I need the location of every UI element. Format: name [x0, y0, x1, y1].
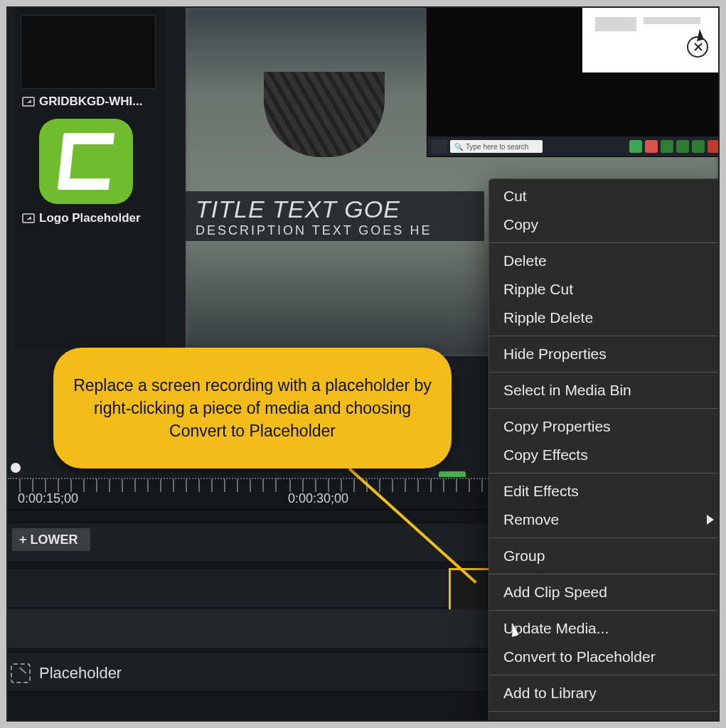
placeholder-track-item[interactable]: Placeholder: [11, 659, 122, 687]
clip-lower-third[interactable]: + LOWER: [12, 528, 90, 551]
image-icon: [22, 97, 35, 107]
placeholder-icon: [11, 663, 31, 683]
taskbar-tile-icon: [661, 140, 673, 153]
menu-item-add-to-library[interactable]: Add to Library: [489, 679, 720, 707]
cursor-icon: [510, 623, 525, 639]
menu-separator: [489, 473, 720, 473]
menu-item-add-clip-speed[interactable]: Add Clip Speed: [489, 578, 720, 606]
menu-separator: [489, 372, 720, 373]
menu-separator: [489, 336, 720, 336]
taskbar-tile-icon: [629, 140, 642, 153]
menu-separator: [489, 675, 720, 675]
menu-item-copy[interactable]: Copy: [489, 210, 720, 239]
submenu-arrow-icon: [707, 515, 714, 525]
menu-item-ripple-cut[interactable]: Ripple Cut: [489, 275, 720, 304]
menu-separator: [489, 711, 720, 712]
menu-item-split-at-playhead[interactable]: Split at Playhead: [489, 715, 720, 722]
menu-item-copy-properties[interactable]: Copy Properties: [489, 412, 720, 441]
menu-item-copy-effects[interactable]: Copy Effects: [489, 441, 720, 469]
placeholder-label: Placeholder: [39, 664, 122, 682]
instruction-callout: Replace a screen recording with a placeh…: [53, 348, 452, 469]
taskbar-tile-icon: [645, 140, 658, 153]
image-icon: [22, 213, 35, 223]
title-text: TITLE TEXT GOE: [196, 196, 474, 223]
media-item-grid-label[interactable]: GRIDBKGD-WHI...: [14, 92, 166, 119]
windows-taskbar: 🔍 Type here to search: [427, 136, 718, 156]
menu-item-edit-effects[interactable]: Edit Effects: [489, 477, 720, 505]
scrubber-handle[interactable]: [11, 463, 21, 473]
close-cursor-icon: [684, 31, 712, 59]
menu-item-remove[interactable]: Remove: [489, 505, 720, 534]
taskbar-tile-icon: [692, 140, 705, 153]
taskbar-tile-icon: [708, 140, 718, 153]
taskbar-tile-icon: [676, 140, 689, 153]
callout-text: Replace a screen recording with a placeh…: [72, 374, 433, 442]
media-thumbnail-grid[interactable]: [21, 15, 156, 89]
lower-third-overlay: TITLE TEXT GOE DESCRIPTION TEXT GOES HE: [186, 191, 484, 241]
media-item-label: Logo Placeholder: [39, 211, 141, 225]
screen-recording-preview: 🔍 Type here to search: [427, 8, 718, 157]
menu-item-group[interactable]: Group: [489, 542, 720, 570]
ruler-timecode: 0:00:15;00: [18, 491, 78, 506]
media-thumbnail-logo[interactable]: [39, 119, 133, 204]
menu-item-delete[interactable]: Delete: [489, 247, 720, 275]
context-menu: Cut Copy Delete Ripple Cut Ripple Delete…: [489, 178, 720, 722]
camtasia-logo-icon: [58, 133, 114, 190]
media-item-logo-label[interactable]: Logo Placeholder: [14, 208, 166, 235]
menu-item-hide-properties[interactable]: Hide Properties: [489, 340, 720, 368]
app-window: GRIDBKGD-WHI... Logo Placeholder TITLE T…: [6, 6, 720, 722]
menu-item-convert-to-placeholder[interactable]: Convert to Placeholder: [489, 643, 720, 671]
menu-separator: [489, 574, 720, 574]
taskbar-search-placeholder: Type here to search: [466, 143, 528, 151]
menu-separator: [489, 610, 720, 611]
taskbar-search: 🔍 Type here to search: [450, 140, 543, 153]
description-text: DESCRIPTION TEXT GOES HE: [196, 223, 474, 238]
menu-separator: [489, 408, 720, 409]
menu-separator: [489, 537, 720, 538]
menu-item-select-in-media-bin[interactable]: Select in Media Bin: [489, 376, 720, 405]
ruler-timecode: 0:00:30;00: [288, 491, 348, 506]
media-item-label: GRIDBKGD-WHI...: [39, 95, 142, 109]
clip-label: + LOWER: [19, 532, 78, 547]
menu-separator: [489, 242, 720, 243]
menu-item-ripple-delete[interactable]: Ripple Delete: [489, 304, 720, 332]
menu-item-cut[interactable]: Cut: [489, 182, 720, 210]
media-bin: GRIDBKGD-WHI... Logo Placeholder: [14, 8, 166, 349]
start-button-icon: [432, 139, 447, 154]
